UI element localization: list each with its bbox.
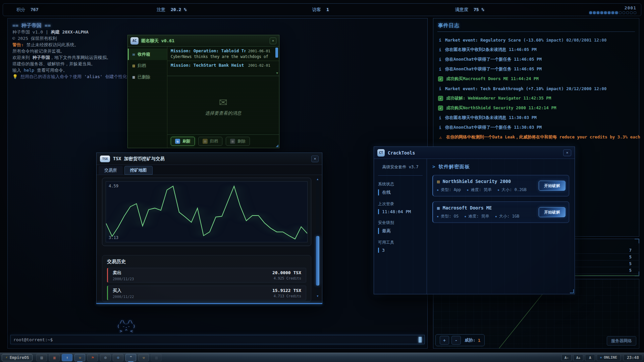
log-entry-text: 成功购买NorthShield Security 2000 11:42:14 P… (446, 105, 556, 111)
taskbar-chat-button[interactable]: ❝ (125, 354, 136, 361)
close-icon[interactable]: × (563, 149, 571, 156)
anon-chat-titlebar[interactable]: AC 匿名聊天 v0.61 × (128, 35, 279, 47)
chat-folder-label: 归档 (138, 63, 146, 69)
empireos-start-button[interactable]: ⚡ EmpireOS (2, 354, 33, 361)
chat-button-label: 刷新 (182, 138, 191, 144)
taskbar-megaphone-button[interactable]: ⚑ (87, 354, 98, 361)
trade-credits: 4.713 Credits (272, 294, 301, 298)
log-entry-text: Market event: Tech Breakthrough (+7.10% … (445, 86, 607, 91)
software-meta: 难度: 简单 (468, 214, 489, 219)
tsx-crypto-window: TSX TSX 加密货币挖矿与交易 × 交易所挖矿地图 4.59 3.13 ▲ … (96, 153, 322, 303)
mail-date: 2001-06-01 (246, 49, 270, 53)
terminal-input[interactable]: root@torrent:~$ (10, 335, 425, 344)
chat-delete-button[interactable]: ▦删除 (226, 137, 250, 146)
scroll-down-icon[interactable]: ▼ (316, 295, 319, 298)
scroll-up-icon[interactable]: ▲ (316, 178, 319, 181)
taskbar-clock: 23:48 (624, 354, 642, 361)
terminal-line: == 种子帝国 == (12, 22, 149, 29)
tsx-scrollbar-thumb[interactable] (316, 236, 319, 286)
start-crack-button[interactable]: 开始破解 (539, 181, 566, 191)
cracktools-titlebar[interactable]: CT CrackTools × (374, 147, 575, 159)
taskbar-icons: ▤▣↑⚒⚑⚙⊕❝⚒▥ (36, 354, 162, 361)
chat-folder-3[interactable]: ▦已删除 (128, 71, 167, 83)
lightning-icon: ⚡ (5, 355, 8, 360)
top-status-bar: 积分767注意20.2 %访客1满意度75 % 2001 (3, 3, 641, 16)
font-size-button-2[interactable]: A (585, 354, 595, 361)
price-chart-svg (106, 182, 307, 242)
tsx-tabbar: 交易所挖矿地图 (97, 165, 322, 175)
crack-sidebar-fields: 系统状态在线上次登录11:48:04 PM安全级别最高可用工具3 (378, 181, 423, 253)
mail-item[interactable]: Mission: TechStart Bank Heist2001-02-01 (167, 61, 279, 69)
taskbar-gear-button[interactable]: ⚙ (100, 354, 111, 361)
chat-archive-button[interactable]: ▤归档 (198, 137, 222, 146)
mail-preview: CyberNews thinks they are the watchdogs … (171, 54, 270, 59)
software-meta: 类型: App (441, 187, 461, 193)
font-size-button-0[interactable]: A- (561, 354, 572, 361)
cat-ascii-art: /\_/\ ( -.- ) > ^ < (117, 319, 136, 334)
terminal-line: 种子帝国 v1.0 | 构建 20XX-ALPHA (12, 29, 149, 35)
log-entry: ✓成功购买NorthShield Security 2000 11:42:14 … (438, 103, 634, 113)
tsx-titlebar[interactable]: TSX TSX 加密货币挖矿与交易 × (97, 153, 322, 165)
cracktools-title: CrackTools (388, 150, 415, 156)
anon-chat-window: AC 匿名聊天 v0.61 × ✉收件箱▤归档▦已删除 Mission: Ope… (127, 35, 279, 148)
trade-type: 卖出 (113, 270, 134, 276)
stat-value: 75 % (474, 7, 484, 12)
info-icon: i (438, 116, 442, 120)
crack-item-list: ▤NorthShield Security 2000●类型: App●难度: 简… (432, 175, 569, 223)
info-icon: i (438, 86, 442, 91)
bullet-icon: ● (437, 189, 438, 191)
shop-icon: ▤ (41, 356, 43, 360)
stats-row-value: 5 (629, 261, 632, 266)
taskbar-upload-button[interactable]: ↑ (62, 354, 72, 361)
warning-icon: ⚠ (438, 135, 443, 140)
trade-credits: 4.925 Credits (272, 276, 301, 280)
software-card: ▤NorthShield Security 2000●类型: App●难度: 简… (432, 175, 569, 196)
chat-icon: ❝ (130, 356, 132, 360)
close-icon[interactable]: × (270, 38, 276, 44)
mail-date: 2001-02-01 (246, 63, 270, 68)
decrypt-panel-title: >软件解密面板 (432, 164, 569, 170)
crack-field-label: 系统状态 (378, 181, 423, 187)
log-entry-text: 成功破解: WebWanderer Navigator 11:42:35 PM (446, 96, 551, 101)
close-icon[interactable]: × (311, 156, 319, 162)
mail-scrollbar-thumb[interactable] (275, 48, 278, 58)
chat-refresh-button[interactable]: ↻刷新 (171, 137, 195, 146)
log-entry: i你在AnonChat中获得了一个新任务 11:30:03 PM (438, 123, 634, 132)
server-network-button[interactable]: 服务器网络 (607, 336, 637, 346)
globe-icon: ⊕ (117, 356, 119, 360)
taskbar-hammer-button[interactable]: ⚒ (74, 354, 85, 361)
taskbar-globe-button[interactable]: ⊕ (113, 354, 123, 361)
log-entry-text: 成功购买Macrosoft Doors ME 11:44:24 PM (446, 76, 539, 82)
stat-value: 20.2 % (171, 7, 186, 12)
crack-field-label: 上次登录 (378, 201, 423, 207)
chart-min-label: 3.13 (109, 235, 118, 240)
font-size-button-1[interactable]: A+ (573, 354, 583, 361)
crack-field-value: 在线 (378, 189, 423, 195)
taskbar-pickaxe-button[interactable]: ⚒ (138, 354, 149, 361)
resize-handle[interactable] (570, 289, 574, 293)
chat-folder-1[interactable]: ✉收件箱 (128, 49, 167, 60)
zoom-out-button[interactable]: - (451, 336, 461, 345)
stat-label: 访客 (312, 7, 321, 12)
pickaxe-icon: ⚒ (143, 356, 145, 360)
resize-handle[interactable] (276, 144, 278, 147)
software-meta: 大小: 0.2GB (501, 187, 527, 193)
taskbar-package-button[interactable]: ▣ (49, 354, 60, 361)
year-progress-dot (597, 11, 599, 14)
tab-mining-map[interactable]: 挖矿地图 (124, 166, 153, 175)
stat-label: 满意度 (455, 7, 468, 12)
start-crack-button[interactable]: 开始破解 (539, 207, 566, 217)
zoom-in-button[interactable]: + (440, 336, 449, 345)
log-entry-text: Market event: Regulatory Scare (-13.60% … (445, 38, 607, 43)
scroll-down-icon[interactable]: ▼ (276, 71, 278, 75)
taskbar-building-button[interactable]: ▥ (151, 354, 162, 361)
stats-row-value: 5 (629, 268, 632, 273)
tab-exchange[interactable]: 交易所 (99, 166, 123, 175)
taskbar-shop-button[interactable]: ▤ (36, 354, 47, 361)
suite-version-label: 高级安全套件 v3.7 (378, 164, 423, 176)
year-progress-dots (589, 11, 636, 14)
mail-item[interactable]: Mission: Operation: Tabloid Tru…2001-06-… (167, 47, 279, 61)
threat-value: 1 (478, 338, 481, 343)
chat-folder-2[interactable]: ▤归档 (128, 60, 167, 71)
year-progress-dot (589, 11, 592, 14)
